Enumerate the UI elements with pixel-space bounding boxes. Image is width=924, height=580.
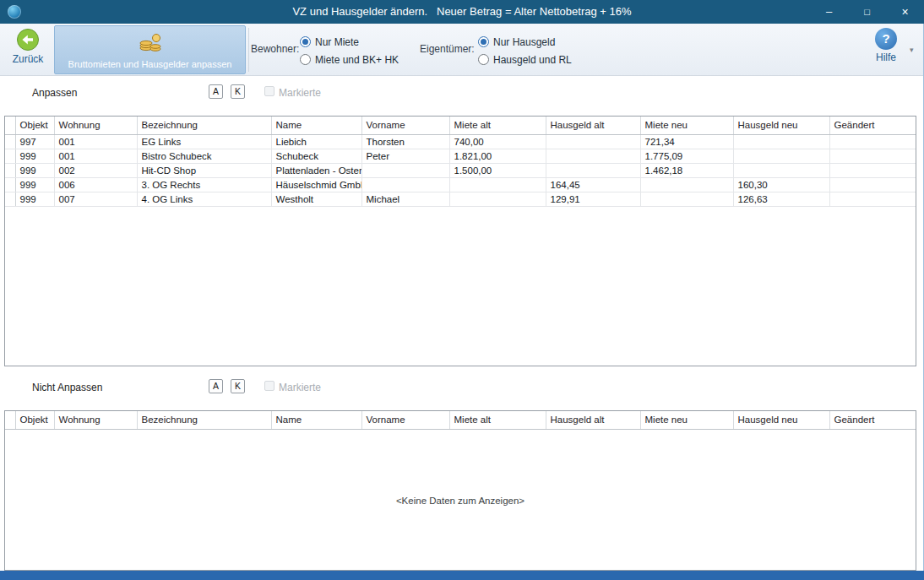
- bewohner-group-label: Bewohner:: [251, 42, 299, 56]
- row-selector[interactable]: [5, 163, 15, 177]
- cell: [361, 177, 449, 192]
- cell: 007: [54, 192, 137, 206]
- titlebar: VZ und Hausgelder ändern. Neuer Betrag =…: [0, 0, 924, 24]
- column-header[interactable]: Wohnung: [54, 411, 137, 429]
- radio-nur-hausgeld[interactable]: Nur Hausgeld: [478, 35, 555, 49]
- table-row[interactable]: 999002Hit-CD ShopPlattenladen - Oster1.5…: [5, 163, 916, 177]
- coins-icon: [136, 30, 165, 52]
- column-header[interactable]: Geändert: [829, 411, 916, 429]
- cell: [829, 149, 916, 163]
- back-button[interactable]: Zurück: [5, 26, 51, 73]
- column-header[interactable]: Hausgeld alt: [546, 411, 640, 429]
- table-row[interactable]: 999001Bistro SchubeckSchubeckPeter1.821,…: [5, 149, 916, 163]
- cell: 999: [15, 177, 54, 192]
- back-button-label: Zurück: [5, 53, 51, 65]
- radio-hausgeld-und-rl-label: Hausgeld und RL: [493, 54, 572, 66]
- markierte-icon: [264, 86, 274, 96]
- cell: [829, 163, 916, 177]
- column-header[interactable]: Geändert: [829, 117, 916, 134]
- column-header[interactable]: Hausgeld alt: [546, 117, 640, 134]
- cell: 129,91: [546, 192, 640, 206]
- header-row: ObjektWohnungBezeichnungNameVornameMiete…: [5, 411, 916, 429]
- table-row[interactable]: 9990063. OG RechtsHäuselschmid GmbH164,4…: [5, 177, 916, 192]
- table-row[interactable]: 997001EG LinksLiebichThorsten740,00721,3…: [5, 134, 916, 149]
- column-header[interactable]: Miete alt: [449, 117, 546, 134]
- column-header[interactable]: Vorname: [361, 411, 449, 429]
- cell: 1.775,09: [640, 149, 733, 163]
- column-header[interactable]: Miete neu: [640, 411, 733, 429]
- cell: Thorsten: [361, 134, 449, 149]
- adjust-rents-button[interactable]: Bruttomieten und Hausgelder anpassen: [54, 25, 246, 74]
- eigentuemer-group-label: Eigentümer:: [420, 42, 475, 56]
- cell: [829, 177, 916, 192]
- radio-button-icon[interactable]: [300, 54, 311, 65]
- nicht-anpassen-grid[interactable]: ObjektWohnungBezeichnungNameVornameMiete…: [4, 410, 916, 571]
- anpassen-grid[interactable]: ObjektWohnungBezeichnungNameVornameMiete…: [4, 116, 916, 366]
- minimize-button[interactable]: –: [810, 0, 848, 24]
- anpassen-table[interactable]: ObjektWohnungBezeichnungNameVornameMiete…: [5, 117, 916, 207]
- window-title: VZ und Hausgelder ändern. Neuer Betrag =…: [0, 0, 924, 24]
- cell: 006: [54, 177, 137, 192]
- nicht-anpassen-table[interactable]: ObjektWohnungBezeichnungNameVornameMiete…: [5, 411, 916, 430]
- column-header[interactable]: Miete neu: [640, 117, 733, 134]
- radio-hausgeld-und-rl[interactable]: Hausgeld und RL: [478, 53, 572, 67]
- cell: [640, 177, 733, 192]
- column-header[interactable]: Objekt: [15, 411, 54, 429]
- column-header[interactable]: Objekt: [15, 117, 54, 134]
- maximize-button[interactable]: □: [848, 0, 886, 24]
- row-selector[interactable]: [5, 177, 15, 192]
- cell: 160,30: [733, 177, 829, 192]
- cell: [546, 149, 640, 163]
- column-header[interactable]: Hausgeld neu: [733, 411, 829, 429]
- radio-nur-hausgeld-label: Nur Hausgeld: [493, 36, 555, 48]
- nicht-anpassen-deselect-button[interactable]: K: [231, 379, 245, 393]
- markierte-icon: [264, 381, 274, 391]
- cell: [546, 163, 640, 177]
- help-button-label: Hilfe: [867, 51, 905, 63]
- toolbar: Zurück Bruttomieten und Hausgelder anpas…: [0, 24, 924, 76]
- cell: Westholt: [271, 192, 361, 206]
- table-row[interactable]: 9990074. OG LinksWestholtMichael129,9112…: [5, 192, 916, 206]
- cell: 1.500,00: [449, 163, 546, 177]
- column-header[interactable]: Miete alt: [449, 411, 546, 429]
- column-header[interactable]: Vorname: [361, 117, 449, 134]
- cell: 1.821,00: [449, 149, 546, 163]
- cell: 999: [15, 192, 54, 206]
- radio-button-icon[interactable]: [300, 36, 311, 47]
- column-header[interactable]: Bezeichnung: [137, 117, 271, 134]
- window-bottom-bar: [0, 571, 924, 580]
- back-arrow-icon: [16, 28, 40, 51]
- cell: Bistro Schubeck: [137, 149, 271, 163]
- row-selector[interactable]: [5, 192, 15, 206]
- nicht-anpassen-markierte-label: Markierte: [279, 382, 321, 393]
- help-icon: ?: [875, 28, 897, 50]
- anpassen-section-label: Anpassen: [32, 87, 77, 99]
- nicht-anpassen-select-all-button[interactable]: A: [209, 379, 223, 393]
- row-selector[interactable]: [5, 134, 15, 149]
- close-button[interactable]: ×: [886, 0, 924, 24]
- column-header[interactable]: Wohnung: [54, 117, 137, 134]
- help-button[interactable]: ? Hilfe: [867, 26, 905, 73]
- cell: [829, 134, 916, 149]
- column-header[interactable]: Bezeichnung: [137, 411, 271, 429]
- cell: [546, 134, 640, 149]
- radio-button-icon[interactable]: [478, 36, 489, 47]
- column-header[interactable]: Hausgeld neu: [733, 117, 829, 134]
- radio-button-icon[interactable]: [478, 54, 489, 65]
- cell: 4. OG Links: [137, 192, 271, 206]
- cell: [640, 192, 733, 206]
- column-header[interactable]: Name: [271, 117, 361, 134]
- row-selector[interactable]: [5, 149, 15, 163]
- radio-miete-und-bk-hk[interactable]: Miete und BK+ HK: [300, 53, 399, 67]
- cell: 001: [54, 134, 137, 149]
- radio-nur-miete[interactable]: Nur Miete: [300, 35, 359, 49]
- column-header[interactable]: Name: [271, 411, 361, 429]
- anpassen-deselect-button[interactable]: K: [231, 84, 245, 99]
- anpassen-select-all-button[interactable]: A: [209, 84, 223, 99]
- anpassen-markierte-label: Markierte: [279, 87, 321, 99]
- cell: 999: [15, 163, 54, 177]
- no-data-message: <Keine Daten zum Anzeigen>: [5, 496, 916, 506]
- toolbar-separator: [248, 28, 249, 72]
- toolbar-overflow-chevron-icon[interactable]: ▾: [910, 46, 914, 54]
- cell: [361, 163, 449, 177]
